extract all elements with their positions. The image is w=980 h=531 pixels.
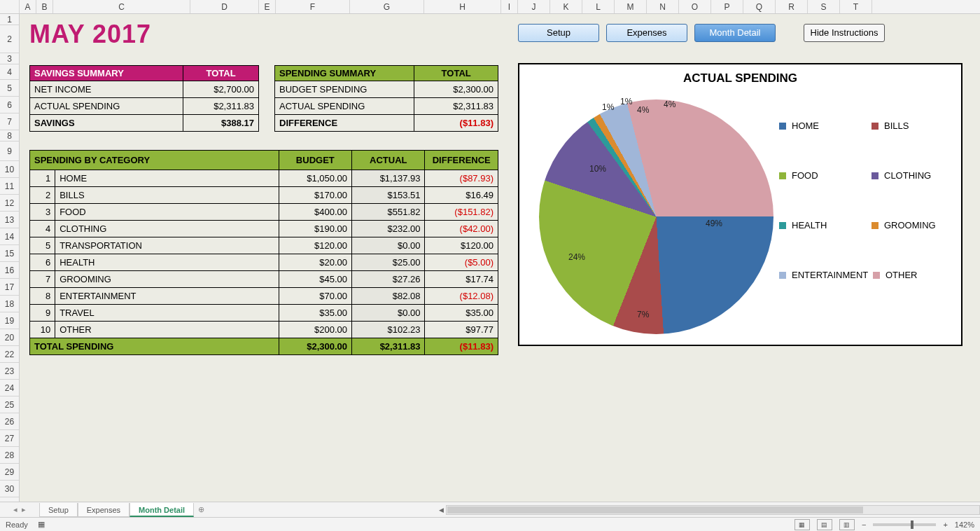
cat-row-name: FOOD — [55, 204, 279, 221]
sheet-tab-expenses[interactable]: Expenses — [78, 503, 130, 517]
zoom-in-button[interactable]: + — [943, 520, 947, 529]
zoom-out-button[interactable]: − — [862, 520, 866, 529]
row-header-15[interactable]: 15 — [0, 245, 19, 262]
row-header-9[interactable]: 9 — [0, 142, 19, 161]
row-header-19[interactable]: 19 — [0, 312, 19, 329]
col-header-T[interactable]: T — [840, 0, 872, 13]
row-header-20[interactable]: 20 — [0, 329, 19, 346]
savings-summary-table: SAVINGS SUMMARY TOTAL NET INCOME$2,700.0… — [29, 65, 259, 132]
row-header-4[interactable]: 4 — [0, 64, 19, 80]
col-header-K[interactable]: K — [550, 0, 582, 13]
tab-nav-arrows[interactable]: ◂ ▸ — [0, 505, 39, 514]
cat-header-actual: ACTUAL — [352, 151, 425, 170]
row-header-1[interactable]: 1 — [0, 14, 19, 25]
row-header-6[interactable]: 6 — [0, 97, 19, 113]
row-header-28[interactable]: 28 — [0, 447, 19, 464]
col-header-N[interactable]: N — [647, 0, 679, 13]
scroll-left-icon[interactable]: ◀ — [436, 506, 446, 514]
row-header-30[interactable]: 30 — [0, 481, 19, 497]
cat-row-name: GROOMING — [55, 271, 279, 288]
row-header-2[interactable]: 2 — [0, 25, 19, 53]
row-header-16[interactable]: 16 — [0, 262, 19, 279]
row-header-14[interactable]: 14 — [0, 228, 19, 245]
cat-row-actual: $82.08 — [352, 288, 425, 305]
col-header-E[interactable]: E — [259, 0, 276, 13]
row-header-17[interactable]: 17 — [0, 279, 19, 296]
col-header-A[interactable]: A — [20, 0, 36, 13]
col-header-Q[interactable]: Q — [743, 0, 776, 13]
spending-row-label: BUDGET SPENDING — [275, 81, 414, 98]
view-normal-button[interactable]: ▦ — [794, 519, 810, 530]
col-header-O[interactable]: O — [679, 0, 711, 13]
col-header-C[interactable]: C — [53, 0, 190, 13]
row-header-10[interactable]: 10 — [0, 161, 19, 178]
col-header-R[interactable]: R — [776, 0, 808, 13]
col-header-G[interactable]: G — [350, 0, 424, 13]
legend-label: BILLS — [884, 120, 909, 131]
row-header-26[interactable]: 26 — [0, 413, 19, 430]
col-header-I[interactable]: I — [501, 0, 518, 13]
spending-header-label: SPENDING SUMMARY — [275, 66, 414, 81]
cat-row-name: TRANSPORTATION — [55, 237, 279, 254]
cat-row-actual: $232.00 — [352, 221, 425, 237]
actual-spending-chart[interactable]: ACTUAL SPENDING 49%7%24%10%1%1%4%4% HOME… — [518, 63, 962, 346]
row-header-3[interactable]: 3 — [0, 53, 19, 64]
view-page-break-button[interactable]: ▥ — [839, 519, 855, 530]
legend-item: BILLS — [872, 120, 954, 131]
row-header-22[interactable]: 22 — [0, 346, 19, 363]
col-header-H[interactable]: H — [424, 0, 501, 13]
col-header-S[interactable]: S — [808, 0, 840, 13]
savings-total-value: $388.17 — [183, 115, 259, 132]
legend-swatch-icon — [872, 123, 878, 130]
spending-row-value: $2,311.83 — [414, 98, 498, 115]
tab-first-icon[interactable]: ◂ — [13, 505, 18, 514]
cat-row-actual: $102.23 — [352, 322, 425, 338]
col-header-M[interactable]: M — [615, 0, 647, 13]
col-header-J[interactable]: J — [518, 0, 550, 13]
row-header-25[interactable]: 25 — [0, 396, 19, 413]
row-header-8[interactable]: 8 — [0, 130, 19, 142]
savings-total-label: SAVINGS — [30, 115, 183, 132]
row-header-12[interactable]: 12 — [0, 195, 19, 212]
col-header-B[interactable]: B — [36, 0, 53, 13]
col-header-P[interactable]: P — [711, 0, 743, 13]
row-header-7[interactable]: 7 — [0, 113, 19, 130]
cat-row-actual: $25.00 — [352, 254, 425, 271]
row-header-24[interactable]: 24 — [0, 380, 19, 396]
row-header-29[interactable]: 29 — [0, 464, 19, 481]
horizontal-scrollbar[interactable]: ◀ ▶ — [446, 505, 980, 515]
row-header-13[interactable]: 13 — [0, 212, 19, 228]
hide-instructions-button[interactable]: Hide Instructions — [804, 24, 885, 42]
table-row: 2 BILLS $170.00 $153.51 $16.49 — [30, 187, 498, 204]
nav-button-setup[interactable]: Setup — [518, 24, 599, 42]
worksheet[interactable]: MAY 2017 SetupExpensesMonth DetailHide I… — [20, 14, 980, 503]
table-row: 7 GROOMING $45.00 $27.26 $17.74 — [30, 271, 498, 288]
savings-row-value: $2,700.00 — [183, 81, 259, 98]
sheet-tab-month-detail[interactable]: Month Detail — [130, 503, 194, 517]
cat-row-budget: $35.00 — [279, 305, 351, 322]
chart-legend: HOMEBILLSFOODCLOTHINGHEALTHGROOMINGENTER… — [779, 120, 954, 319]
cat-row-budget: $190.00 — [279, 221, 351, 237]
nav-button-month-detail[interactable]: Month Detail — [694, 24, 776, 42]
scrollbar-thumb[interactable] — [447, 506, 863, 513]
row-header-11[interactable]: 11 — [0, 178, 19, 195]
row-header-18[interactable]: 18 — [0, 296, 19, 312]
col-header-F[interactable]: F — [276, 0, 350, 13]
status-bar: Ready ▦ ▦ ▤ ▥ − + 142% — [0, 517, 980, 531]
macro-record-icon[interactable]: ▦ — [38, 520, 45, 529]
row-header-27[interactable]: 27 — [0, 430, 19, 447]
zoom-slider[interactable] — [873, 523, 936, 526]
col-header-D[interactable]: D — [190, 0, 259, 13]
legend-label: GROOMING — [884, 220, 936, 230]
view-page-layout-button[interactable]: ▤ — [817, 519, 832, 530]
cat-row-diff: ($5.00) — [425, 254, 498, 271]
col-header-L[interactable]: L — [582, 0, 615, 13]
add-sheet-button[interactable]: ⊕ — [194, 505, 208, 514]
sheet-tab-setup[interactable]: Setup — [39, 503, 78, 517]
row-header-23[interactable]: 23 — [0, 363, 19, 380]
cat-row-name: ENTERTAINMENT — [55, 288, 279, 305]
nav-button-expenses[interactable]: Expenses — [606, 24, 687, 42]
row-header-5[interactable]: 5 — [0, 80, 19, 97]
chart-title: ACTUAL SPENDING — [519, 71, 961, 85]
tab-last-icon[interactable]: ▸ — [22, 505, 26, 514]
